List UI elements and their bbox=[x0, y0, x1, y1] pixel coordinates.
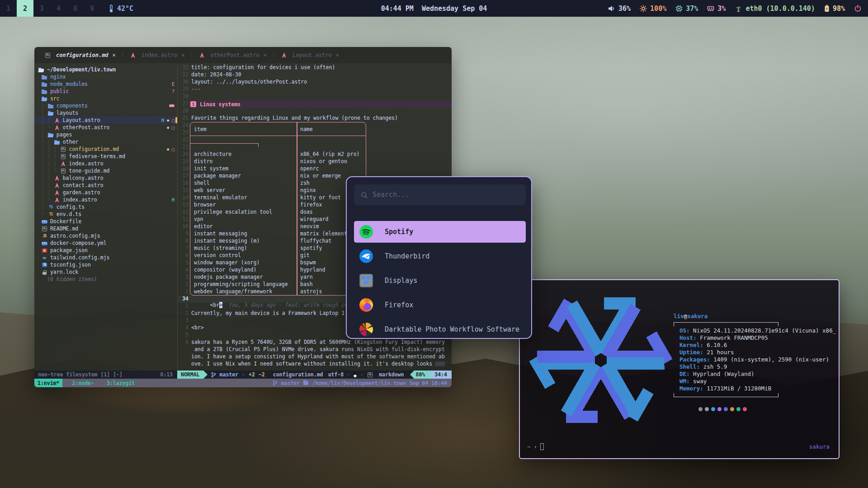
tree-item-label: Dockerfile bbox=[50, 218, 81, 225]
tree-item-tone-guide.md[interactable]: │ │ └ tone-guide.md bbox=[34, 167, 177, 174]
tree-item-config.ts[interactable]: │ config.ts bbox=[34, 203, 177, 211]
tree-item-pages[interactable]: │ pages bbox=[34, 131, 177, 138]
tree-item-astro.config.mjs[interactable]: astro.config.mjs bbox=[34, 232, 177, 239]
tree-item-other[interactable]: │ │ other bbox=[34, 138, 177, 145]
tree-item-index.astro[interactable]: │ └ index.astroH bbox=[34, 196, 177, 203]
tab-index.astro[interactable]: index.astro× bbox=[124, 47, 190, 63]
tree-item-label: other bbox=[63, 139, 79, 145]
workspace-4[interactable]: 4 bbox=[50, 0, 67, 17]
tab-otherPost.astro[interactable]: otherPost.astro× bbox=[193, 47, 272, 63]
tree-item-layouts[interactable]: │ layouts bbox=[34, 109, 177, 117]
tab-Layout.astro[interactable]: Layout.astro× bbox=[275, 47, 344, 63]
displays-icon bbox=[359, 274, 373, 287]
tab-configuration.md[interactable]: configuration.md× bbox=[39, 47, 121, 63]
prompt-chevron: › bbox=[534, 443, 538, 450]
tree-item-yarn.lock[interactable]: yarn.lock bbox=[34, 268, 177, 276]
table-header-row: item name bbox=[190, 122, 366, 136]
line-number: 6 bbox=[178, 252, 189, 258]
tree-item-public[interactable]: public? bbox=[34, 88, 177, 95]
table-cell-item: instant messaging (m) bbox=[190, 238, 297, 244]
indent-guide: │ │ │ bbox=[38, 153, 60, 160]
tmux-window-1[interactable]: 1:nvim* bbox=[34, 379, 62, 387]
tree-item-balcony.astro[interactable]: │ │ balcony.astro bbox=[34, 174, 177, 182]
tree-item-label: src bbox=[50, 95, 60, 102]
tree-item-env.d.ts[interactable]: └ env.d.ts bbox=[34, 211, 177, 218]
workspace-8[interactable]: 8 bbox=[67, 0, 84, 17]
tree-item-fediverse-terms.md[interactable]: │ │ │ fediverse-terms.md bbox=[34, 153, 177, 160]
tree-item-configuration.md[interactable]: │ │ │ configuration.md●□ bbox=[34, 145, 177, 153]
table-row: vpnwireguard bbox=[190, 216, 366, 223]
docker-icon bbox=[41, 240, 48, 246]
table-row: window manager (xorg)bspwm bbox=[190, 259, 366, 266]
tree-item-label: nginx bbox=[50, 74, 66, 80]
tab-close-icon[interactable]: × bbox=[336, 52, 339, 58]
markdown-heading: 1 Linux systems bbox=[189, 100, 452, 108]
tree-item-label: layouts bbox=[57, 110, 78, 116]
tree-item-src[interactable]: src bbox=[34, 95, 177, 102]
tree-item-Dockerfile[interactable]: Dockerfile bbox=[34, 218, 177, 225]
tree-item-docker-compose.yml[interactable]: docker-compose.yml bbox=[34, 239, 177, 247]
tmux-window-3[interactable]: 3:lazygit bbox=[104, 380, 138, 386]
indent-guide: │ bbox=[38, 131, 47, 138]
tree-item-tsconfig.json[interactable]: tsconfig.json bbox=[34, 261, 177, 268]
tab-close-icon[interactable]: × bbox=[264, 52, 267, 58]
thunderbird-icon bbox=[359, 249, 373, 263]
tree-item-nodemodules[interactable]: node_modulesE bbox=[34, 80, 177, 88]
git-status-badge: ● bbox=[167, 118, 169, 122]
tab-separator: │ bbox=[190, 52, 193, 58]
tab-close-icon[interactable]: × bbox=[181, 52, 184, 58]
tree-item-otherPost.astro[interactable]: │ └ otherPost.astro●□ bbox=[34, 124, 177, 131]
git-status-badge: H bbox=[161, 118, 164, 123]
launcher-item-displays[interactable]: Displays bbox=[354, 270, 526, 291]
workspace-3[interactable]: 3 bbox=[33, 0, 50, 17]
tree-item-6hiddenitems[interactable]: (6 hidden items) bbox=[34, 276, 177, 283]
statusline-separator: ‹ bbox=[347, 371, 350, 378]
fetch-terminal-window[interactable]: liv@sakura OS: NixOS 24.11.20240828.71e9… bbox=[519, 279, 840, 459]
powerline-separator bbox=[410, 371, 414, 379]
workspace-1[interactable]: 1 bbox=[0, 0, 17, 17]
fetch-field-label: WM: bbox=[679, 378, 690, 385]
tree-item-components[interactable]: │ components bbox=[34, 102, 177, 109]
tree-item-label: README.md bbox=[50, 225, 78, 232]
launcher-item-spotify[interactable]: Spotify bbox=[354, 221, 526, 243]
tree-item-nginx[interactable]: nginx bbox=[34, 73, 177, 80]
fetch-field-label: Memory: bbox=[679, 385, 703, 392]
workspace-2[interactable]: 2 bbox=[17, 0, 33, 17]
indent-guide bbox=[38, 262, 41, 268]
tree-item-label: astro.config.mjs bbox=[50, 233, 100, 239]
tree-item-Developmentliv.town[interactable]: ~/Development/liv.town bbox=[34, 66, 177, 73]
tmux-window-2[interactable]: 2:node- bbox=[69, 380, 97, 386]
md-icon bbox=[60, 146, 66, 152]
workspace-9[interactable]: 9 bbox=[84, 0, 100, 17]
launcher-item-thunderbird[interactable]: Thunderbird bbox=[354, 245, 526, 267]
network-module[interactable]: eth0 (10.0.0.140) bbox=[735, 5, 815, 13]
overflow-marker: @@@ bbox=[435, 361, 445, 367]
buffer-line: ion. I have a setup consisting of Hyprla… bbox=[191, 353, 445, 360]
shell-prompt[interactable]: ~ › bbox=[527, 443, 544, 450]
table-row: webdev language/frameworkastrojs bbox=[190, 288, 366, 295]
tree-item-contact.astro[interactable]: │ │ contact.astro bbox=[34, 182, 177, 189]
table-row: nodejs package manageryarn bbox=[190, 273, 366, 281]
battery-module: 98% bbox=[824, 5, 845, 13]
launcher-search-input[interactable]: Search... bbox=[354, 184, 526, 205]
cpu-value: 37% bbox=[686, 5, 698, 13]
line-number: 26 bbox=[178, 108, 189, 114]
buffer-line: sakura has a Ryzen 5 7640U, 32GB of DDR5… bbox=[191, 339, 445, 345]
tree-item-Layout.astro[interactable]: │ │ Layout.astroH●□ bbox=[34, 117, 177, 124]
tree-item-package.json[interactable]: package.json bbox=[34, 247, 177, 254]
power-button[interactable] bbox=[854, 5, 862, 12]
tree-item-garden.astro[interactable]: │ │ garden.astro bbox=[34, 189, 177, 196]
table-row: distronixos or gentoo bbox=[190, 158, 366, 165]
tree-item-index.astro[interactable]: │ │ │ index.astro bbox=[34, 160, 177, 167]
launcher-item-darktable[interactable]: Darktable Photo Workflow Software bbox=[354, 319, 526, 339]
tree-item-label: index.astro bbox=[63, 197, 97, 203]
tab-close-icon[interactable]: × bbox=[113, 52, 116, 58]
fetch-field-os: OS: NixOS 24.11.20240828.71e91c4 (Vicuna… bbox=[674, 327, 836, 334]
display-rect bbox=[361, 276, 366, 279]
brightness-module[interactable]: 100% bbox=[640, 5, 666, 13]
indent-guide bbox=[38, 233, 41, 239]
tree-item-README.md[interactable]: README.md bbox=[34, 225, 177, 232]
tree-item-tailwind.config.mjs[interactable]: tailwind.config.mjs bbox=[34, 254, 177, 261]
launcher-item-firefox[interactable]: Firefox bbox=[354, 294, 526, 316]
volume-module[interactable]: 36% bbox=[608, 5, 631, 13]
